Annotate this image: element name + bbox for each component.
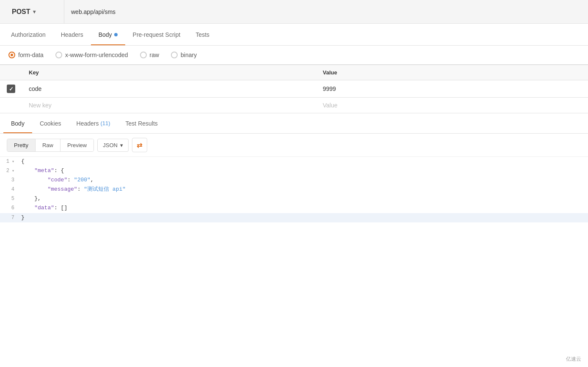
method-label: POST <box>12 8 30 16</box>
code-line-1: 1▾ { <box>0 157 588 166</box>
code-line-6: 6 "data": [] <box>0 203 588 213</box>
tab-body[interactable]: Body <box>91 24 125 45</box>
url-bar: POST ▾ <box>0 0 588 24</box>
radio-raw[interactable]: raw <box>140 52 159 58</box>
radio-circle-x-www <box>55 52 62 58</box>
code-area: 1▾ { 2▾ "meta": { 3 "code": "200", 4 "me… <box>0 157 588 241</box>
raw-button[interactable]: Raw <box>36 139 60 151</box>
radio-circle-raw <box>140 52 147 58</box>
json-label: JSON <box>103 142 118 148</box>
headers-badge: (11) <box>100 120 110 126</box>
code-line-3: 3 "code": "200", <box>0 175 588 185</box>
radio-form-data[interactable]: form-data <box>8 52 44 58</box>
resp-tab-headers[interactable]: Headers (11) <box>69 113 118 133</box>
params-table: Key Value ✓ code 9999 New key Value <box>0 65 588 113</box>
tab-tests[interactable]: Tests <box>188 24 217 45</box>
row-checkbox[interactable]: ✓ <box>7 85 15 93</box>
radio-circle-binary <box>171 52 178 58</box>
resp-tab-cookies[interactable]: Cookies <box>32 113 69 133</box>
new-key-input[interactable]: New key <box>22 98 316 113</box>
request-tabs-row: Authorization Headers Body Pre-request S… <box>0 24 588 46</box>
collapse-1[interactable]: ▾ <box>9 158 14 163</box>
tab-headers[interactable]: Headers <box>53 24 91 45</box>
radio-x-www[interactable]: x-www-form-urlencoded <box>55 52 128 58</box>
wrap-button[interactable]: ⇄ <box>132 138 147 152</box>
radio-circle-form-data <box>8 52 15 58</box>
col-value: Value <box>316 65 588 80</box>
tab-pre-request[interactable]: Pre-request Script <box>125 24 188 45</box>
body-tab-dot <box>114 33 118 36</box>
method-selector[interactable]: POST ▾ <box>5 0 64 23</box>
json-type-selector[interactable]: JSON ▾ <box>97 139 129 152</box>
col-key: Key <box>22 65 316 80</box>
json-chevron: ▾ <box>120 142 123 148</box>
resp-tab-test-results[interactable]: Test Results <box>118 113 165 133</box>
body-type-row: form-data x-www-form-urlencoded raw bina… <box>0 46 588 65</box>
code-line-7: 7 } <box>0 213 588 222</box>
response-tabs-row: Body Cookies Headers (11) Test Results <box>0 113 588 134</box>
response-toolbar: Pretty Raw Preview JSON ▾ ⇄ <box>0 134 588 157</box>
table-row: ✓ code 9999 <box>0 80 588 98</box>
table-new-row: New key Value <box>0 98 588 113</box>
code-line-2: 2▾ "meta": { <box>0 166 588 175</box>
row-value[interactable]: 9999 <box>316 80 588 98</box>
format-group: Pretty Raw Preview <box>7 139 94 152</box>
preview-button[interactable]: Preview <box>60 139 93 151</box>
tab-authorization[interactable]: Authorization <box>3 24 53 45</box>
code-line-4: 4 "message": "测试短信 api" <box>0 185 588 194</box>
resp-tab-body[interactable]: Body <box>3 113 32 133</box>
pretty-button[interactable]: Pretty <box>7 139 36 151</box>
row-key[interactable]: code <box>22 80 316 98</box>
url-input[interactable] <box>64 8 583 15</box>
wrap-icon: ⇄ <box>137 141 142 149</box>
new-value-input[interactable]: Value <box>316 98 588 113</box>
code-line-5: 5 }, <box>0 194 588 203</box>
method-chevron: ▾ <box>33 9 36 15</box>
col-check <box>0 65 22 80</box>
collapse-2[interactable]: ▾ <box>9 167 14 173</box>
radio-binary[interactable]: binary <box>171 52 197 58</box>
